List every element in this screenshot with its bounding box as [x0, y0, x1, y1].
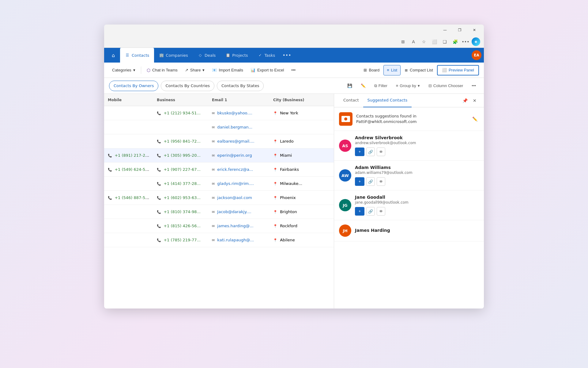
email-link[interactable]: erick.ferencz@a...: [217, 167, 253, 172]
link-contact-button[interactable]: 🔗: [366, 207, 375, 216]
email-link[interactable]: james.harding@...: [217, 224, 253, 228]
suggestion-header: Contacts suggestions found in PattiF@whk…: [334, 107, 484, 131]
filter-tab-by-countries[interactable]: Contacts By Countries: [161, 81, 214, 91]
copy-icon[interactable]: ❑: [440, 37, 449, 46]
tab-tasks[interactable]: ✓ Tasks: [253, 48, 280, 63]
col-mobile: Mobile: [104, 98, 153, 102]
panel-tab-contact[interactable]: Contact: [339, 94, 363, 107]
more-options-button[interactable]: •••: [288, 65, 299, 75]
favorite-icon[interactable]: ☆: [420, 37, 428, 46]
nav-more-button[interactable]: •••: [280, 52, 293, 58]
business-phone-link[interactable]: +1 (212) 934-51...: [164, 111, 201, 115]
add-contact-button[interactable]: +: [355, 177, 364, 186]
more-filter-button[interactable]: •••: [469, 81, 479, 91]
cell-business: 📞 +1 (810) 374-98...: [153, 209, 208, 214]
column-chooser-button[interactable]: ⊟ Column Chooser: [425, 81, 466, 91]
filter-tab-by-owners[interactable]: Contacts By Owners: [109, 81, 158, 91]
avatar-jh: JH: [339, 224, 351, 237]
close-panel-button[interactable]: ✕: [470, 96, 479, 105]
edit-view-button[interactable]: ✏️: [358, 81, 369, 91]
business-phone-link[interactable]: +1 (907) 227-67...: [164, 167, 201, 172]
link-contact-button[interactable]: 🔗: [366, 177, 375, 186]
tab-contacts[interactable]: ☰ Contacts: [120, 48, 154, 63]
cell-business: 📞 +1 (212) 934-51...: [153, 111, 208, 115]
close-button[interactable]: ✕: [467, 25, 481, 35]
split-view-icon[interactable]: ⬜: [430, 37, 439, 46]
compact-list-button[interactable]: ≣ Compact List: [401, 65, 436, 75]
chat-in-teams-button[interactable]: ⬡ Chat in Teams: [144, 65, 181, 75]
table-header: Mobile Business Email 1 City (Business): [104, 94, 334, 106]
email-link[interactable]: kati.rulapaugh@...: [217, 238, 254, 242]
email-link[interactable]: bkusko@yahoo....: [217, 111, 252, 115]
business-phone-link[interactable]: +1 (305) 995-20...: [164, 153, 201, 158]
edit-suggestion-button[interactable]: ✏️: [470, 115, 479, 123]
contacts-table: Mobile Business Email 1 City (Business) …: [104, 94, 334, 309]
tab-companies[interactable]: 🏢 Companies: [154, 48, 193, 63]
tab-projects[interactable]: 📋 Projects: [221, 48, 253, 63]
email-link[interactable]: gladys.rim@rim....: [217, 181, 254, 186]
contact-name: James Harding: [355, 228, 479, 233]
suggested-contact-card: JH James Harding: [334, 220, 484, 241]
table-row: 📞 +1 (546) 887-55... 📞 +1 (602) 953-63..…: [104, 191, 334, 205]
hide-icon: 👁: [379, 179, 383, 184]
email-link[interactable]: ealbares@gmail....: [217, 139, 254, 144]
email-link[interactable]: jackson@aol.com: [217, 195, 252, 200]
hide-icon: 👁: [379, 150, 383, 154]
business-phone-link[interactable]: +1 (815) 426-56...: [164, 224, 201, 228]
minimize-button[interactable]: —: [438, 25, 452, 35]
board-view-button[interactable]: ⊞ Board: [360, 65, 383, 75]
link-contact-button[interactable]: 🔗: [366, 148, 375, 156]
mobile-phone-link[interactable]: +1 (891) 217-216: [115, 153, 150, 158]
maximize-button[interactable]: ❐: [453, 25, 467, 35]
filter-button[interactable]: ⧉ Filter: [371, 81, 390, 91]
dismiss-contact-button[interactable]: 👁: [377, 148, 385, 156]
business-phone-link[interactable]: +1 (602) 953-63...: [164, 195, 201, 200]
business-phone-link[interactable]: +1 (414) 377-28...: [164, 181, 201, 186]
pin-panel-button[interactable]: 📌: [461, 96, 469, 105]
contact-name: Andrew Silverbrook: [355, 135, 479, 140]
cell-mobile: 📞 +1 (546) 887-55...: [104, 195, 153, 200]
email-icon: ✉: [212, 224, 215, 228]
contact-info: James Harding: [355, 228, 479, 233]
dismiss-contact-button[interactable]: 👁: [377, 207, 385, 216]
avatar[interactable]: EA: [472, 50, 481, 60]
group-by-button[interactable]: ≡ Group by ▾: [393, 81, 423, 91]
filter-tab-by-states[interactable]: Contacts By States: [217, 81, 264, 91]
contact-info: Jane Goodall jane.goodall99@outlook.com …: [355, 195, 479, 216]
export-icon: 📊: [251, 68, 255, 72]
business-phone-link[interactable]: +1 (785) 219-77...: [164, 238, 201, 242]
mobile-phone-link[interactable]: +1 (546) 887-55...: [115, 195, 152, 200]
cell-email: ✉ eperin@perin.org: [208, 153, 270, 158]
compact-icon: ≣: [405, 68, 408, 72]
email-link[interactable]: Jacob@darakjy....: [217, 209, 251, 214]
panel-tab-suggested-contacts[interactable]: Suggested Contacts: [363, 94, 412, 107]
share-icon: ↗: [185, 68, 188, 72]
add-contact-button[interactable]: +: [355, 207, 364, 216]
import-emails-button[interactable]: 📧 Import Emails: [209, 65, 246, 75]
plus-icon: +: [359, 209, 361, 213]
business-phone-link[interactable]: +1 (956) 841-72...: [164, 139, 201, 144]
list-view-button[interactable]: ≡ List: [383, 65, 401, 75]
more-tools-icon[interactable]: •••: [461, 37, 470, 46]
mobile-phone-link[interactable]: +1 (549) 624-57...: [115, 167, 152, 172]
email-link[interactable]: eperin@perin.org: [217, 153, 252, 158]
extension-icon[interactable]: 🧩: [451, 37, 459, 46]
email-link[interactable]: daniel.bergman...: [217, 125, 252, 129]
categories-button[interactable]: Categories ▾: [109, 65, 138, 75]
grid-icon[interactable]: ⊞: [399, 37, 407, 46]
text-size-icon[interactable]: A: [409, 37, 418, 46]
share-button[interactable]: ↗ Share ▾: [182, 65, 208, 75]
add-contact-button[interactable]: +: [355, 148, 364, 156]
save-view-button[interactable]: 💾: [344, 81, 355, 91]
contact-email: adam.williams79@outlook.com: [355, 171, 479, 175]
business-phone-link[interactable]: +1 (810) 374-98...: [164, 209, 201, 214]
tab-deals[interactable]: ◇ Deals: [193, 48, 221, 63]
cell-business: 📞 +1 (602) 953-63...: [153, 195, 208, 200]
location-icon: 📍: [273, 210, 277, 214]
home-button[interactable]: ⌂: [107, 48, 120, 63]
contact-name: Jane Goodall: [355, 195, 479, 200]
export-excel-button[interactable]: 📊 Export to Excel: [247, 65, 287, 75]
preview-panel-button[interactable]: ⬜ Preview Panel: [437, 65, 479, 75]
table-row: 📞 +1 (810) 374-98... ✉ Jacob@darakjy....…: [104, 205, 334, 219]
dismiss-contact-button[interactable]: 👁: [377, 177, 385, 186]
